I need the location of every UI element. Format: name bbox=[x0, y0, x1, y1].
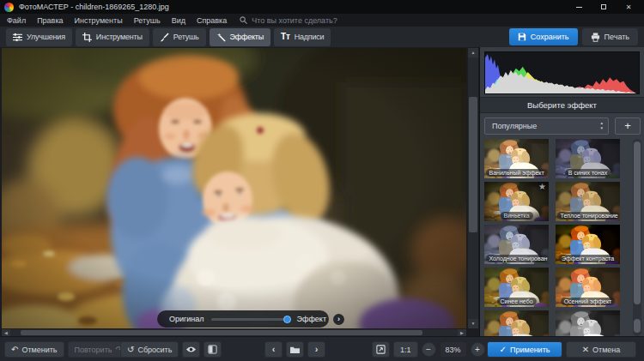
zoom-out-button[interactable]: − bbox=[422, 342, 436, 357]
maximize-button[interactable] bbox=[598, 2, 609, 12]
check-icon: ✓ bbox=[500, 346, 507, 354]
tab-retouch[interactable]: Ретушь bbox=[153, 28, 206, 46]
titlebar: ФотоМАСТЕР - children-1869265_1280.jpg ✕ bbox=[0, 0, 644, 14]
menu-view[interactable]: Вид bbox=[172, 16, 185, 25]
save-icon bbox=[518, 33, 526, 41]
reset-label: Сбросить bbox=[137, 346, 172, 354]
effect-thumb-vanilla[interactable]: Ванильный эффект bbox=[484, 139, 549, 178]
add-effect-button[interactable]: + bbox=[615, 117, 641, 135]
effect-preview bbox=[556, 310, 620, 336]
chevron-left-icon: ‹ bbox=[272, 345, 276, 354]
effects-scrollbar-thumb[interactable] bbox=[634, 141, 641, 304]
horizontal-scrollbar[interactable]: ◀ ▶ bbox=[2, 329, 466, 336]
tab-captions[interactable]: Тт Надписи bbox=[274, 28, 331, 46]
zoom-in-button[interactable]: + bbox=[471, 342, 485, 357]
effect-thumb-vignette[interactable]: ★ Виньетка bbox=[484, 182, 549, 221]
tab-label: Эффекты bbox=[230, 33, 264, 41]
zoom-actual-button[interactable]: 1:1 bbox=[393, 341, 418, 358]
compare-slider: Оригинал Эффект › bbox=[157, 310, 329, 328]
scroll-right-icon[interactable]: ▶ bbox=[458, 329, 466, 336]
minimize-icon bbox=[576, 7, 582, 8]
minimize-button[interactable] bbox=[574, 2, 584, 12]
window-title: ФотоМАСТЕР - children-1869265_1280.jpg bbox=[19, 3, 169, 11]
compare-slider-track[interactable] bbox=[211, 318, 290, 321]
apply-button[interactable]: ✓ Применить bbox=[487, 341, 562, 358]
next-photo-button[interactable]: › bbox=[307, 341, 325, 358]
menubar: Файл Правка Инструменты Ретушь Вид Справ… bbox=[0, 14, 644, 27]
photo-image bbox=[2, 48, 466, 328]
effects-scrollbar-button[interactable] bbox=[634, 319, 641, 333]
redo-label: Повторить bbox=[75, 346, 112, 354]
tab-label: Инструменты bbox=[96, 33, 143, 41]
effect-thumb-blue-sky[interactable]: Синее небо bbox=[484, 268, 549, 307]
quick-search[interactable]: Что вы хотите сделать? bbox=[240, 16, 337, 25]
undo-button[interactable]: ↶ Отменить bbox=[4, 341, 64, 358]
show-original-button[interactable] bbox=[182, 341, 200, 358]
compare-slider-handle[interactable] bbox=[283, 316, 291, 323]
compare-effect-label: Эффект bbox=[297, 315, 326, 323]
folder-icon bbox=[289, 346, 301, 354]
preview-toggle-button[interactable]: › bbox=[333, 314, 344, 325]
tab-tools[interactable]: Инструменты bbox=[76, 28, 149, 46]
cancel-button[interactable]: ✕ Отмена bbox=[566, 341, 636, 358]
history-group: ↶ Отменить Повторить ↷ bbox=[4, 341, 130, 358]
reset-button[interactable]: ↺ Сбросить bbox=[120, 341, 179, 358]
text-tool-icon: Тт bbox=[281, 33, 290, 41]
close-button[interactable]: ✕ bbox=[623, 2, 634, 12]
effect-preview bbox=[484, 182, 549, 221]
effect-thumb-blue-tones[interactable]: В синих тонах bbox=[556, 139, 620, 178]
maximize-icon bbox=[601, 4, 606, 9]
category-value: Популярные bbox=[492, 122, 537, 130]
before-after-button[interactable] bbox=[204, 341, 222, 358]
magic-wand-icon bbox=[216, 33, 226, 42]
eye-icon bbox=[185, 346, 197, 353]
effect-thumb-bw[interactable] bbox=[556, 310, 620, 336]
window-controls: ✕ bbox=[574, 2, 640, 12]
menu-retouch[interactable]: Ретушь bbox=[134, 16, 161, 25]
effect-label: Виньетка bbox=[500, 212, 532, 220]
effect-thumb[interactable] bbox=[484, 310, 549, 336]
cancel-label: Отмена bbox=[592, 346, 620, 354]
vertical-scrollbar[interactable]: ▲ ▼ bbox=[468, 48, 478, 328]
vertical-scrollbar-thumb[interactable] bbox=[469, 97, 477, 232]
tab-effects[interactable]: Эффекты bbox=[210, 28, 271, 46]
effect-thumb-autumn[interactable]: Осенний эффект bbox=[556, 268, 620, 307]
histogram bbox=[484, 51, 640, 94]
effect-thumb-cold-toning[interactable]: Холодное тонирование bbox=[484, 225, 549, 264]
search-input[interactable]: Что вы хотите сделать? bbox=[252, 16, 337, 25]
category-dropdown[interactable]: Популярные ▲ ▼ bbox=[484, 117, 609, 135]
scroll-down-icon[interactable]: ▼ bbox=[468, 319, 478, 328]
zoom-level[interactable]: 83% bbox=[440, 341, 467, 358]
spinner-up-icon[interactable]: ▲ bbox=[600, 122, 604, 126]
print-label: Печать bbox=[605, 33, 629, 41]
save-label: Сохранить bbox=[531, 33, 569, 41]
spinner-down-icon[interactable]: ▼ bbox=[600, 127, 604, 131]
effects-grid: Ванильный эффект В синих тонах ★ Виньетк… bbox=[484, 139, 620, 336]
effect-label: Ванильный эффект bbox=[486, 169, 548, 177]
tab-improvements[interactable]: Улучшения bbox=[6, 28, 72, 46]
header-actions: Сохранить Печать bbox=[509, 28, 638, 45]
menu-edit[interactable]: Правка bbox=[37, 16, 63, 25]
apply-label: Применить bbox=[510, 346, 550, 354]
menu-tools[interactable]: Инструменты bbox=[75, 16, 123, 25]
effect-thumb-warm-toning[interactable]: Теплое тонирование bbox=[556, 182, 620, 221]
effect-thumb-contrast[interactable]: Эффект контраста bbox=[556, 225, 620, 264]
effect-label: Холодное тонирование bbox=[486, 255, 548, 262]
photo-viewer: Оригинал Эффект › ▲ ▼ ◀ ▶ bbox=[0, 47, 479, 336]
previous-photo-button[interactable]: ‹ bbox=[264, 341, 283, 358]
fit-screen-button[interactable] bbox=[372, 341, 390, 358]
scroll-left-icon[interactable]: ◀ bbox=[2, 329, 10, 336]
scroll-up-icon[interactable]: ▲ bbox=[468, 48, 478, 57]
print-button[interactable]: Печать bbox=[582, 28, 638, 45]
photo-canvas bbox=[2, 48, 466, 328]
open-folder-button[interactable] bbox=[286, 341, 304, 358]
zoom-group: 1:1 − 83% + bbox=[372, 341, 485, 358]
effects-scrollbar[interactable] bbox=[633, 139, 641, 336]
horizontal-scrollbar-thumb[interactable] bbox=[21, 330, 422, 335]
save-button[interactable]: Сохранить bbox=[509, 28, 578, 45]
favorite-star-icon[interactable]: ★ bbox=[538, 182, 546, 192]
menu-file[interactable]: Файл bbox=[7, 16, 26, 25]
category-row: Популярные ▲ ▼ + bbox=[484, 117, 641, 135]
dropdown-spinner[interactable]: ▲ ▼ bbox=[600, 122, 604, 130]
menu-help[interactable]: Справка bbox=[197, 16, 227, 25]
